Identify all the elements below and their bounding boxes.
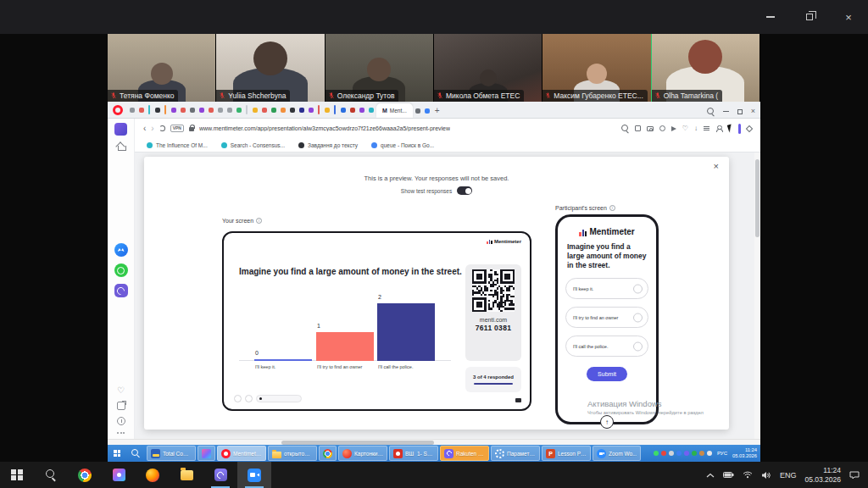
tray-icon[interactable] — [669, 451, 674, 456]
taskbar-clock[interactable]: 11:2405.03.2026 — [804, 466, 841, 484]
participant-tile[interactable]: Olha Tamarkina ( — [652, 34, 760, 102]
pinned-tab[interactable] — [128, 106, 136, 114]
opera-logo-icon[interactable] — [113, 105, 123, 115]
pinned-tab[interactable] — [348, 106, 356, 114]
minimize-button[interactable] — [751, 0, 790, 34]
radio-icon[interactable] — [633, 284, 643, 293]
bookmark-item[interactable]: Search - Consensus... — [221, 142, 285, 148]
submit-button[interactable]: Submit — [587, 367, 627, 381]
tray-chevron-icon[interactable] — [706, 473, 715, 478]
language-indicator[interactable]: ENG — [780, 471, 797, 480]
info-icon[interactable]: i — [609, 205, 615, 211]
vpn-badge[interactable]: VPN — [170, 125, 184, 132]
taskbar-item-chrome[interactable] — [319, 446, 337, 461]
show-test-responses-toggle[interactable] — [457, 186, 472, 195]
taskbar-app-paint-3d[interactable] — [102, 462, 136, 488]
participant-tile[interactable]: Тетяна Фоменко — [108, 34, 216, 102]
tab-mentimeter[interactable]: M Ment... — [376, 103, 413, 118]
pinned-tab[interactable] — [307, 106, 314, 114]
taskbar-app-viber[interactable] — [203, 462, 237, 488]
modal-close-icon[interactable]: × — [714, 162, 719, 171]
pinned-tab[interactable] — [216, 106, 224, 114]
action-center-icon[interactable] — [849, 471, 860, 480]
presenter-clock[interactable]: 11:2405.03.2026 — [732, 447, 757, 459]
pinned-tab[interactable] — [415, 107, 422, 114]
forward-icon[interactable]: › — [151, 125, 153, 133]
workspace-icon[interactable] — [114, 123, 127, 136]
browser-maximize-icon[interactable] — [737, 109, 743, 114]
answer-option[interactable]: I'll try to find an owner — [565, 307, 648, 328]
taskbar-app-zoom[interactable] — [237, 462, 271, 488]
battery-icon[interactable] — [723, 471, 734, 479]
pinned-tab[interactable] — [323, 106, 331, 114]
pinned-tab[interactable] — [298, 106, 305, 114]
new-tab-button[interactable]: + — [435, 107, 440, 115]
tray-icon[interactable] — [699, 451, 704, 456]
speaker-icon[interactable] — [761, 471, 771, 480]
taskbar-item-powerpoint[interactable]: Lesson Pre... — [542, 446, 591, 461]
close-button[interactable]: × — [829, 0, 868, 34]
answer-option[interactable]: I'll keep it. — [565, 278, 648, 299]
bookmark-item[interactable]: The Influence Of M... — [147, 142, 208, 148]
pinned-tab[interactable] — [270, 106, 277, 114]
participant-tile[interactable]: Микола Обмета ETEC — [434, 34, 542, 102]
bookmark-heart-icon[interactable]: ♡ — [682, 125, 688, 132]
pinned-tab[interactable] — [260, 106, 268, 114]
tab-search-icon[interactable] — [707, 108, 715, 115]
back-icon[interactable]: ‹ — [143, 125, 146, 133]
whatsapp-icon[interactable] — [114, 263, 128, 277]
media-player-icon[interactable] — [671, 126, 676, 131]
aria-ai-icon[interactable] — [746, 125, 753, 131]
taskbar-item-viber[interactable]: Rakuten Vi... — [440, 446, 489, 461]
snapshot-icon[interactable] — [635, 125, 641, 131]
sidebar-more-icon[interactable] — [117, 432, 125, 434]
info-icon[interactable]: i — [256, 218, 262, 224]
browser-close-icon[interactable]: × — [751, 108, 755, 115]
slide-next-button[interactable] — [245, 395, 253, 402]
browser-minimize-icon[interactable] — [723, 111, 729, 112]
vertical-scrollbar-thumb[interactable] — [755, 159, 760, 237]
pinned-tab[interactable] — [235, 106, 242, 114]
pinned-tab[interactable] — [424, 107, 431, 114]
bookmark-item[interactable]: Завдання до тексту — [298, 142, 358, 148]
start-button[interactable] — [0, 462, 34, 488]
pinned-tab[interactable] — [188, 106, 196, 114]
taskbar-item-gear[interactable]: Параметры — [491, 446, 540, 461]
taskbar-item-opera[interactable]: Mentimete... — [217, 446, 266, 461]
pinned-tab[interactable] — [137, 106, 145, 114]
viber-icon[interactable] — [114, 284, 128, 297]
taskbar-item-total-commander[interactable]: Total Com... — [147, 446, 196, 461]
tray-icon[interactable] — [684, 451, 689, 456]
pinned-tab[interactable] — [251, 106, 259, 114]
answer-option[interactable]: I'll call the police. — [565, 336, 648, 357]
camera-icon[interactable] — [647, 126, 654, 131]
pinned-tab[interactable] — [198, 106, 205, 114]
pinned-tab[interactable] — [179, 106, 186, 114]
history-icon[interactable] — [117, 417, 125, 425]
messenger-icon[interactable] — [114, 243, 128, 257]
pinned-tab[interactable] — [153, 106, 161, 114]
slide-toolbar-pill[interactable] — [256, 395, 302, 402]
clock-icon[interactable] — [659, 125, 665, 131]
reload-icon[interactable] — [159, 125, 165, 131]
wifi-icon[interactable] — [743, 471, 753, 479]
downloads-icon[interactable]: ↓ — [694, 125, 698, 132]
bookmark-item[interactable]: queue - Поиск в Go... — [371, 142, 434, 148]
share-icon[interactable] — [117, 402, 125, 410]
horizontal-scrollbar[interactable] — [108, 439, 760, 445]
pinned-tab[interactable] — [225, 106, 233, 114]
home-icon[interactable] — [116, 143, 125, 151]
taskbar-item-opera-red[interactable]: Картонки I... — [338, 446, 387, 461]
profile-icon[interactable] — [715, 125, 722, 132]
radio-icon[interactable] — [633, 313, 643, 322]
slide-prev-button[interactable] — [234, 395, 242, 402]
presenter-search-button[interactable] — [126, 445, 145, 462]
taskbar-item-zoom[interactable]: Zoom Wo... — [593, 446, 641, 461]
url-text[interactable]: www.mentimeter.com/app/presentation/alw3… — [199, 125, 450, 131]
pinned-tab[interactable] — [358, 106, 365, 114]
taskbar-search-button[interactable] — [34, 462, 68, 488]
participant-tile[interactable]: Олександр Тутов — [326, 34, 434, 102]
find-icon[interactable] — [621, 125, 629, 132]
taskbar-app-file-explorer[interactable] — [170, 462, 203, 488]
presenter-start-button[interactable] — [108, 445, 126, 462]
